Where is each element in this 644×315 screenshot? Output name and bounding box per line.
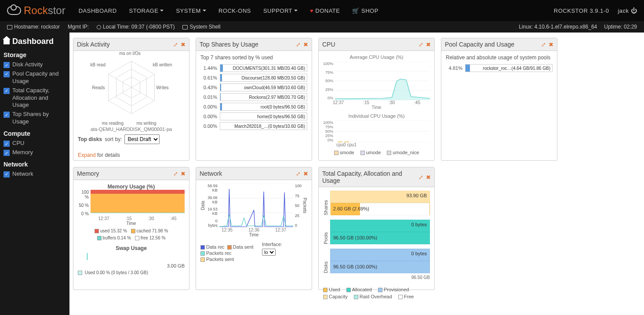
network-chart [219, 184, 293, 228]
monitor-icon [7, 25, 12, 29]
radar-chart: ms on I/Os kB written Writes ms writing … [98, 54, 164, 120]
page-title: Dashboard [4, 37, 66, 46]
svg-line-7 [108, 87, 131, 101]
ind-cpu-chart [335, 120, 430, 142]
nav-right: ROCKSTOR 3.9.1-0 jack ⏻ [554, 7, 637, 14]
infobar: Hostname: rockstor Mgmt IP: Local Time: … [0, 21, 644, 33]
resize-icon[interactable]: ⤢ [296, 170, 301, 177]
usage-row: 0.61%Discourse(128.80 MB/20.50 GB) [200, 74, 307, 82]
svg-rect-20 [91, 194, 185, 213]
close-icon[interactable]: ✖ [426, 41, 431, 48]
svg-line-8 [108, 74, 131, 87]
cpu-legend: smode umode umode_nice [323, 150, 430, 155]
network-legend: Data rec Data sent Packets rec Packets s… [200, 244, 258, 262]
usage-row: 0.01%Rockons(2.97 MB/20.70 GB) [200, 93, 307, 101]
chevron-down-icon [294, 10, 298, 11]
sidebar-item[interactable]: ✓Disk Activity [4, 61, 66, 69]
interface-select[interactable]: lo [262, 249, 276, 256]
close-icon[interactable]: ✖ [303, 41, 308, 48]
widget-title: Network [200, 170, 222, 177]
avg-cpu-chart [335, 62, 430, 100]
nav-shop[interactable]: 🛒SHOP [352, 7, 378, 14]
power-icon: ⏻ [631, 7, 637, 14]
capacity-row: Shares93.90 GB2.60 GB (2.69%) [323, 191, 430, 215]
sidebar-section-storage: Storage [4, 51, 66, 58]
sidebar-item[interactable]: ✓Top Shares by Usage [4, 111, 66, 126]
close-icon[interactable]: ✖ [549, 41, 553, 48]
checkbox-icon[interactable]: ✓ [4, 71, 10, 77]
sidebar-item-label: Top Shares by Usage [12, 111, 66, 126]
resize-icon[interactable]: ⤢ [541, 41, 546, 48]
close-icon[interactable]: ✖ [181, 41, 186, 48]
checkbox-icon[interactable]: ✓ [4, 62, 10, 68]
svg-rect-21 [91, 190, 185, 194]
usage-row: 4.81%rockstor_roc…(4.64 GB/91.86 GB) [446, 64, 553, 72]
close-icon[interactable]: ✖ [426, 174, 431, 181]
chevron-down-icon [160, 10, 164, 11]
swap-chart [78, 251, 185, 262]
widget-title: Total Capacity, Allocation and Usage [322, 170, 418, 184]
sidebar-item-label: Pool Capacity and Usage [12, 70, 66, 85]
sort-select[interactable]: Best Draft [124, 134, 160, 144]
sidebar-item[interactable]: ✓Pool Capacity and Usage [4, 70, 66, 85]
nav-donate[interactable]: ♥DONATE [310, 7, 340, 14]
uptime: Uptime: 02:29 [604, 24, 637, 30]
nav-system[interactable]: SYSTEM [176, 7, 206, 14]
brand-text: Rockstor [24, 4, 65, 17]
widget-memory: Memory ⤢✖ Memory Usage (%) 100 %50 %0 % [73, 167, 189, 290]
capacity-row: Pools0 bytes96.50 GB (100.00%) [323, 220, 430, 244]
memory-chart [91, 190, 185, 216]
sidebar-section-compute: Compute [4, 130, 66, 137]
checkbox-icon[interactable]: ✓ [4, 141, 10, 147]
sidebar-item[interactable]: ✓Memory [4, 149, 66, 156]
checkbox-icon[interactable]: ✓ [4, 171, 10, 177]
cart-icon: 🛒 [352, 7, 360, 14]
svg-line-5 [131, 87, 155, 101]
resize-icon[interactable]: ⤢ [418, 41, 423, 48]
monitor-icon [182, 25, 188, 29]
shares-subtitle: Top 7 shares sorted by % used [200, 54, 307, 61]
sidebar-item-label: Disk Activity [12, 61, 43, 69]
widget-title: Disk Activity [77, 41, 110, 48]
resize-icon[interactable]: ⤢ [296, 41, 301, 48]
sidebar-item-label: Memory [12, 149, 33, 156]
nav-storage[interactable]: STORAGE [129, 7, 164, 14]
checkbox-icon[interactable]: ✓ [4, 88, 10, 94]
disk-name: ata-QEMU_HARDDISK_QM00001-pa [78, 127, 185, 132]
sidebar: Dashboard Storage ✓Disk Activity✓Pool Ca… [0, 33, 69, 315]
close-icon[interactable]: ✖ [181, 170, 186, 177]
svg-rect-19 [91, 213, 185, 216]
system-shell[interactable]: System Shell [182, 24, 220, 30]
nav-version: ROCKSTOR 3.9.1-0 [554, 7, 609, 14]
kernel: Linux: 4.10.6-1.el7.elrepo.x86_64 [519, 24, 597, 30]
pool-subtitle: Relative and absolute usage of system po… [446, 54, 553, 61]
svg-rect-22 [91, 213, 185, 213]
nav-rockons[interactable]: ROCK-ONS [218, 7, 251, 14]
pool-list: 4.81%rockstor_roc…(4.64 GB/91.86 GB) [446, 64, 553, 72]
main: Dashboard Storage ✓Disk Activity✓Pool Ca… [0, 33, 644, 315]
clock-icon [97, 25, 101, 29]
total-legend: UsedAllocatedProvisioned CapacityRaid Ov… [323, 287, 430, 299]
home-icon [4, 39, 10, 44]
shares-list: 1.44%DOCUMENTS(301.31 MB/20.40 GB)0.61%D… [200, 64, 307, 130]
nav-user[interactable]: jack ⏻ [618, 7, 637, 14]
checkbox-icon[interactable]: ✓ [4, 112, 10, 118]
logo[interactable]: Rockstor [7, 4, 65, 17]
usage-row: 0.00%home(0 bytes/96.50 GB) [200, 112, 307, 120]
resize-icon[interactable]: ⤢ [418, 174, 423, 181]
widget-title: CPU [322, 41, 335, 48]
sidebar-item[interactable]: ✓Network [4, 170, 66, 178]
sidebar-item[interactable]: ✓Total Capacity, Allocation and Usage [4, 87, 66, 109]
sidebar-section-network: Network [4, 161, 66, 168]
chevron-down-icon [203, 10, 206, 11]
nav-dashboard[interactable]: DASHBOARD [79, 7, 117, 14]
sidebar-item[interactable]: ✓CPU [4, 140, 66, 147]
local-time: Local Time: 09:37 (-0800 PST) [97, 24, 175, 30]
widget-cpu: CPU ⤢✖ Average CPU Usage (%) 100%75%50%2… [318, 38, 435, 161]
resize-icon[interactable]: ⤢ [173, 170, 178, 177]
checkbox-icon[interactable]: ✓ [4, 150, 10, 156]
expand-link[interactable]: Expand [78, 152, 96, 158]
nav-support[interactable]: SUPPORT [263, 7, 298, 14]
resize-icon[interactable]: ⤢ [173, 41, 178, 48]
close-icon[interactable]: ✖ [303, 170, 308, 177]
